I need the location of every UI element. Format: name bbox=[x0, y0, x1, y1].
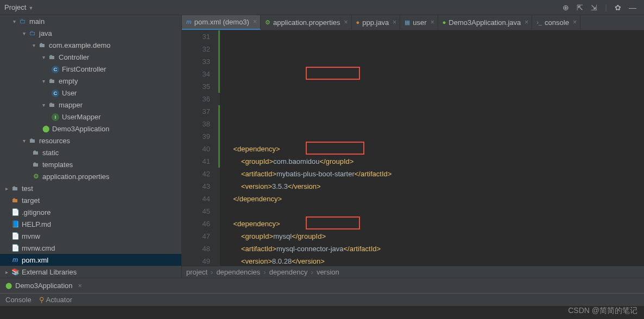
tree-folder-test[interactable]: ▸🖿test bbox=[0, 182, 181, 194]
tree-folder-mapper[interactable]: ▾🖿mapper bbox=[0, 99, 181, 111]
tree-folder-main[interactable]: ▾🗀main bbox=[0, 15, 181, 27]
close-icon[interactable]: × bbox=[78, 282, 83, 290]
editor-gutter: 31 32 33 34 35 36 37 38 39 40 41 42 43 4… bbox=[182, 30, 220, 266]
spring-boot-icon: ⬤ bbox=[5, 282, 12, 289]
tab-user[interactable]: ▦user× bbox=[400, 15, 438, 30]
divider: | bbox=[605, 3, 607, 12]
tab-pom[interactable]: mpom.xml (demo3)× bbox=[182, 15, 261, 30]
status-actuator[interactable]: ⚲ Actuator bbox=[39, 296, 72, 304]
tree-class-demo3application[interactable]: ⬤Demo3Application bbox=[0, 123, 181, 135]
collapse-icon[interactable]: ⇲ bbox=[591, 3, 597, 12]
crumb[interactable]: dependencies bbox=[216, 268, 260, 276]
code-content[interactable]: <dependency> <groupId>com.baomidou</grou… bbox=[220, 30, 644, 266]
run-config-name[interactable]: Demo3Application bbox=[15, 282, 73, 290]
status-console[interactable]: Console bbox=[5, 296, 31, 304]
tab-demo3app[interactable]: ●Demo3Application.java× bbox=[438, 15, 533, 30]
watermark: CSDN @简简的笔记 bbox=[568, 306, 637, 316]
project-toolbar: ⊕ ⇱ ⇲ | ✿ — bbox=[563, 3, 640, 12]
close-icon[interactable]: × bbox=[393, 18, 396, 26]
tree-folder-templates[interactable]: 🖿templates bbox=[0, 158, 181, 170]
tree-folder-resources[interactable]: ▾🖿resources bbox=[0, 135, 181, 146]
run-tool-tabs: ⬤ Demo3Application × bbox=[0, 278, 644, 293]
crumb[interactable]: dependency bbox=[269, 268, 308, 276]
settings-icon[interactable]: ✿ bbox=[615, 3, 621, 12]
tree-class-user[interactable]: CUser bbox=[0, 87, 181, 99]
project-tree[interactable]: ▾🗀main ▾🗀java ▾🖿com.example.demo ▾🖿Contr… bbox=[0, 15, 182, 278]
expand-icon[interactable]: ⇱ bbox=[577, 3, 583, 12]
tab-appprops[interactable]: ⚙application.properties× bbox=[261, 15, 352, 30]
editor-tabs: mpom.xml (demo3)× ⚙application.propertie… bbox=[182, 15, 644, 30]
tree-folder-controller[interactable]: ▾🖿Controller bbox=[0, 51, 181, 63]
close-icon[interactable]: × bbox=[525, 18, 528, 26]
close-icon[interactable]: × bbox=[344, 18, 348, 26]
actuator-icon: ⚲ bbox=[39, 296, 45, 304]
tree-file-appprops[interactable]: ⚙application.properties bbox=[0, 170, 181, 182]
tool-window-header: Project ⊕ ⇱ ⇲ | ✿ — bbox=[0, 0, 644, 15]
crumb[interactable]: project bbox=[186, 268, 207, 276]
code-editor[interactable]: 31 32 33 34 35 36 37 38 39 40 41 42 43 4… bbox=[182, 30, 644, 266]
tree-interface-usermapper[interactable]: IUserMapper bbox=[0, 111, 181, 123]
tree-folder-static[interactable]: 🖿static bbox=[0, 146, 181, 158]
annotation-box bbox=[306, 67, 360, 80]
project-dropdown[interactable]: Project bbox=[4, 3, 33, 11]
tree-folder-target[interactable]: 🖿target bbox=[0, 194, 181, 206]
tree-file-pom[interactable]: mpom.xml bbox=[0, 254, 181, 266]
close-icon[interactable]: × bbox=[573, 18, 577, 26]
tree-external-libraries[interactable]: ▸📚External Libraries bbox=[0, 266, 181, 278]
breadcrumb-bar: project› dependencies› dependency› versi… bbox=[182, 266, 644, 278]
tab-ppp[interactable]: ●ppp.java× bbox=[352, 15, 401, 30]
tree-file-help[interactable]: 📘HELP.md bbox=[0, 218, 181, 230]
tree-file-mvnwcmd[interactable]: 📄mvnw.cmd bbox=[0, 242, 181, 254]
tree-file-gitignore[interactable]: 📄.gitignore bbox=[0, 206, 181, 218]
close-icon[interactable]: × bbox=[431, 18, 434, 26]
tree-folder-java[interactable]: ▾🗀java bbox=[0, 27, 181, 39]
tree-class-firstcontroller[interactable]: CFirstController bbox=[0, 63, 181, 75]
tree-file-mvnw[interactable]: 📄mvnw bbox=[0, 230, 181, 242]
tree-package[interactable]: ▾🖿com.example.demo bbox=[0, 39, 181, 51]
tab-console[interactable]: ›_console× bbox=[532, 15, 580, 30]
status-bar: Console ⚲ Actuator bbox=[0, 293, 644, 306]
hide-icon[interactable]: — bbox=[629, 3, 636, 12]
locate-icon[interactable]: ⊕ bbox=[563, 3, 569, 12]
close-icon[interactable]: × bbox=[253, 18, 257, 25]
tree-folder-empty[interactable]: ▾🖿empty bbox=[0, 75, 181, 87]
crumb[interactable]: version bbox=[317, 268, 339, 276]
